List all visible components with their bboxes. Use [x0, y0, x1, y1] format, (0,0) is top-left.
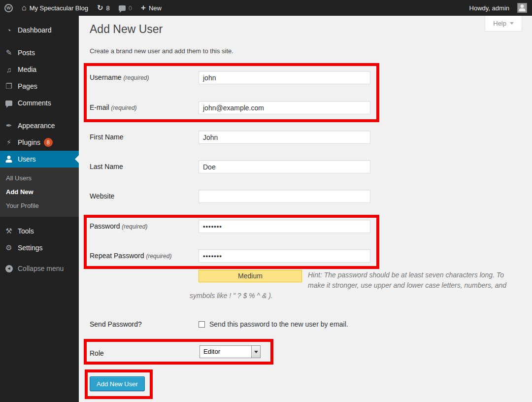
comment-count: 0: [129, 4, 132, 12]
annotation-box-submit: [85, 369, 153, 399]
wordpress-menu[interactable]: [0, 0, 17, 16]
website-field[interactable]: [199, 190, 370, 203]
home-icon: [22, 3, 27, 12]
media-icon: [4, 66, 14, 74]
help-button[interactable]: Help: [485, 16, 522, 32]
wordpress-logo-icon: [4, 4, 13, 12]
submenu-item-label: Add New: [6, 188, 33, 196]
submenu-item-label: Your Profile: [6, 202, 39, 209]
sidebar-item-label: Settings: [18, 244, 43, 252]
first-name-field[interactable]: [199, 131, 370, 144]
pushpin-icon: [4, 48, 14, 57]
sidebar-item-label: Tools: [18, 227, 34, 235]
admin-bar: My Spectacular Blog 8 0 New Howdy, admin: [0, 0, 532, 16]
sidebar-item-posts[interactable]: Posts: [0, 44, 79, 61]
sidebar-item-users[interactable]: Users: [0, 151, 79, 168]
sidebar-item-label: Plugins: [18, 138, 40, 146]
send-password-label: Send Password?: [90, 320, 194, 328]
submenu-item-label: All Users: [6, 174, 32, 182]
plus-icon: [141, 3, 146, 13]
comment-bubble-icon: [119, 5, 126, 11]
submenu-item-all-users[interactable]: All Users: [0, 171, 79, 185]
sidebar-item-comments[interactable]: Comments: [0, 95, 79, 111]
brush-icon: [4, 121, 14, 130]
sidebar-item-appearance[interactable]: Appearance: [0, 117, 79, 134]
sidebar-item-label: Users: [18, 155, 36, 163]
updates-icon: [97, 3, 103, 12]
main-content: Help Add New User Create a brand new use…: [79, 16, 532, 402]
send-password-checkbox-label[interactable]: Send this password to the new user by em…: [209, 320, 348, 328]
sidebar-item-settings[interactable]: Settings: [0, 239, 79, 256]
updates-link[interactable]: 8: [93, 0, 114, 16]
active-menu-arrow: [75, 155, 79, 163]
website-label: Website: [90, 192, 194, 200]
comments-link[interactable]: 0: [114, 0, 136, 16]
new-label: New: [149, 4, 162, 12]
sidebar-item-pages[interactable]: Pages: [0, 78, 79, 95]
pages-icon: [4, 82, 14, 91]
sidebar-item-label: Pages: [18, 82, 37, 90]
sidebar-item-label: Comments: [18, 99, 51, 107]
users-submenu: All Users Add New Your Profile: [0, 168, 79, 217]
my-account-menu[interactable]: Howdy, admin: [465, 0, 514, 16]
site-name: My Spectacular Blog: [30, 4, 88, 12]
submenu-item-add-new[interactable]: Add New: [0, 185, 79, 199]
submenu-item-your-profile[interactable]: Your Profile: [0, 199, 79, 212]
chevron-down-icon: [510, 22, 514, 27]
password-strength-indicator: Medium: [199, 270, 302, 282]
tools-icon: [4, 227, 14, 235]
last-name-field[interactable]: [199, 160, 370, 173]
sidebar-item-dashboard[interactable]: Dashboard: [0, 22, 79, 38]
sidebar-item-label: Media: [18, 66, 36, 73]
new-content-menu[interactable]: New: [136, 0, 166, 16]
collapse-icon: [4, 265, 14, 272]
page-description: Create a brand new user and add them to …: [90, 47, 233, 55]
dashboard-icon: [4, 26, 14, 34]
user-icon: [4, 156, 14, 163]
collapse-menu-button[interactable]: Collapse menu: [0, 260, 79, 277]
sidebar-item-label: Dashboard: [18, 26, 52, 34]
settings-icon: [4, 243, 14, 252]
sidebar-item-label: Collapse menu: [18, 265, 64, 272]
sidebar-item-tools[interactable]: Tools: [0, 223, 79, 239]
annotation-box-username-email: [84, 63, 379, 122]
site-name-link[interactable]: My Spectacular Blog: [17, 0, 93, 16]
sidebar-item-label: Posts: [18, 49, 35, 57]
plugin-icon: [4, 138, 14, 147]
update-count: 8: [106, 4, 109, 12]
comment-bubble-icon: [4, 100, 14, 106]
password-hint: Medium Hint: The password should be at l…: [190, 270, 511, 301]
help-label: Help: [493, 20, 506, 27]
menu-separator: [0, 217, 79, 223]
plugin-update-badge: 8: [44, 138, 53, 147]
avatar[interactable]: [517, 3, 527, 13]
person-icon: [518, 4, 526, 11]
sidebar-item-plugins[interactable]: Plugins 8: [0, 134, 79, 151]
admin-sidebar: Dashboard Posts Media Pages Comments App…: [0, 16, 79, 402]
annotation-box-passwords: [84, 215, 379, 269]
annotation-box-role: [84, 339, 273, 365]
howdy-text: Howdy, admin: [469, 4, 509, 12]
first-name-label: First Name: [90, 133, 194, 141]
page-title: Add New User: [90, 23, 163, 36]
last-name-label: Last Name: [90, 163, 194, 170]
menu-separator: [0, 111, 79, 117]
menu-separator: [0, 38, 79, 44]
sidebar-item-label: Appearance: [18, 122, 55, 130]
sidebar-item-media[interactable]: Media: [0, 61, 79, 78]
send-password-checkbox[interactable]: [199, 321, 205, 328]
